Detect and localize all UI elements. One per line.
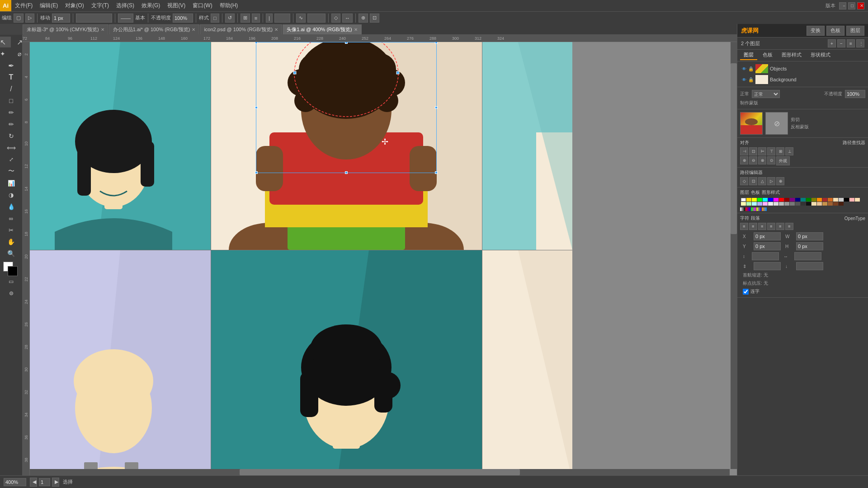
paintbrush-tool[interactable]: ✏ (3, 107, 19, 118)
h-field-input[interactable] (796, 242, 823, 250)
pathfinder-minus[interactable]: ⊖ (749, 156, 757, 164)
align-justify-all[interactable]: ≡ (776, 223, 784, 230)
swatch-dimgray[interactable] (784, 202, 789, 206)
tab-0-close[interactable]: ✕ (101, 27, 104, 32)
blend-mode-select[interactable]: 正常 正片叠底 滤色 (752, 90, 780, 98)
gradient-tool[interactable]: ◑ (3, 189, 19, 200)
layer-subtab-links[interactable]: 形状模式 (807, 51, 834, 60)
menu-window[interactable]: 窗口(W) (189, 0, 216, 11)
swatch-teal[interactable] (801, 198, 806, 202)
ligature-checkbox[interactable] (743, 289, 749, 295)
line-tool[interactable]: / (3, 84, 19, 94)
swatch-darkest[interactable] (801, 202, 806, 206)
pathfinder-intersect[interactable]: ⊗ (758, 156, 766, 164)
scale-tool[interactable]: ⤢ (3, 154, 19, 165)
tab-1-close[interactable]: ✕ (192, 27, 195, 32)
scissors-tool[interactable]: ✂ (3, 225, 19, 235)
layer-add-btn[interactable]: + (828, 39, 836, 47)
gradient-tab[interactable]: 图形样式 (762, 189, 780, 196)
rp-tab-btn-2[interactable]: 色板 (826, 26, 844, 36)
grad-ob[interactable] (762, 207, 767, 211)
extra2-btn[interactable]: ⊡ (370, 14, 379, 23)
swatch-darkgray[interactable] (790, 202, 795, 206)
pe-btn4[interactable]: ▷ (767, 177, 775, 185)
hand-tool[interactable]: ✋ (3, 236, 19, 247)
pen-tool[interactable]: ✒ (3, 60, 19, 71)
select-tool-btn[interactable]: ▢ (14, 14, 24, 23)
swatch-navy[interactable] (795, 198, 800, 202)
style-btn[interactable]: □ (211, 14, 219, 23)
swatch-skin1[interactable] (811, 202, 816, 206)
scroll-thumb-h[interactable] (240, 469, 519, 475)
tab-0[interactable]: 未标题-3* @ 100% (CMYK/预览) ✕ (23, 24, 108, 34)
color-tab[interactable]: 图层 (740, 189, 749, 196)
page-input[interactable] (39, 478, 50, 486)
swatch-darker[interactable] (795, 202, 800, 206)
swatch-magenta[interactable] (774, 198, 778, 202)
grad-bw[interactable] (740, 207, 745, 211)
swatch-skin2[interactable] (817, 202, 822, 206)
pe-btn2[interactable]: ⊡ (749, 177, 757, 185)
stroke-swatch[interactable] (8, 266, 18, 276)
swatch-silvergray[interactable] (774, 202, 778, 206)
swatch-lightyellow[interactable] (741, 202, 746, 206)
zoom-tool[interactable]: 🔍 (3, 248, 19, 259)
selection-tool[interactable]: ↖ (0, 37, 11, 47)
scrollbar-horizontal[interactable] (30, 469, 730, 475)
shape-tool[interactable]: □ (3, 95, 19, 106)
layer-menu-btn[interactable]: ≡ (847, 39, 855, 47)
swatch-purple[interactable] (790, 198, 795, 202)
warp-tool[interactable]: 〜 (3, 166, 19, 177)
swatch-black[interactable] (844, 198, 849, 202)
tab-3[interactable]: 头像1.ai @ 400% (RGB/预览) ✕ (283, 24, 361, 34)
minimize-button[interactable]: － (839, 2, 846, 9)
blend-tool[interactable]: ∞ (3, 213, 19, 224)
move-input[interactable] (52, 14, 70, 23)
swatch-lightred[interactable] (849, 198, 854, 202)
layer-del-btn[interactable]: − (837, 39, 845, 47)
draw-mode[interactable]: ⊚ (3, 288, 19, 299)
layer-opt-btn[interactable]: ⋮ (856, 39, 864, 47)
tab-3-close[interactable]: ✕ (354, 27, 358, 32)
swatch-green[interactable] (806, 198, 811, 202)
grad-rb[interactable] (745, 207, 750, 211)
transform-btn[interactable]: ⊞ (241, 14, 250, 23)
stroke-width-btn[interactable]: | (266, 14, 273, 23)
grad-yb[interactable] (756, 207, 761, 211)
swatch-red[interactable] (779, 198, 784, 202)
scroll-thumb-v[interactable] (731, 63, 737, 234)
align-left-text[interactable]: ≡ (740, 223, 748, 230)
next-page-btn[interactable]: ▶ (52, 478, 59, 487)
menu-view[interactable]: 视图(V) (164, 0, 189, 11)
rotate-tool[interactable]: ↻ (3, 131, 19, 141)
w-field-input[interactable] (796, 232, 823, 240)
swatch-wheat[interactable] (833, 198, 838, 202)
change-screen-mode[interactable]: ▭ (3, 276, 19, 287)
align-center-text[interactable]: ≡ (749, 223, 757, 230)
close-button[interactable]: ✕ (857, 2, 864, 9)
swatch-white[interactable] (741, 198, 746, 202)
menu-help[interactable]: 帮助(H) (216, 0, 242, 11)
layer-bg-vis-icon[interactable]: 👁 (742, 77, 746, 82)
direct-select-btn[interactable]: ▷ (25, 14, 34, 23)
swatch-brown[interactable] (822, 198, 827, 202)
reset-btn[interactable]: ↺ (225, 14, 235, 23)
swatch-skin4[interactable] (828, 202, 833, 206)
brush-input[interactable] (307, 14, 326, 23)
swatch-chocolate[interactable] (828, 198, 833, 202)
char-tab[interactable]: 字符 (740, 215, 749, 221)
align-center-btn[interactable]: ⊡ (749, 147, 757, 155)
pencil-tool[interactable]: ✏ (3, 119, 19, 130)
y-field-input[interactable] (754, 242, 781, 250)
layer-bg-lock-icon[interactable]: 🔒 (748, 77, 754, 82)
tab-2[interactable]: icon2.psd @ 100% (RGB/预览) ✕ (200, 24, 282, 34)
transform-input[interactable] (76, 14, 112, 23)
align-right-text[interactable]: ≡ (758, 223, 766, 230)
swatch-blue[interactable] (768, 198, 773, 202)
leading-input[interactable] (752, 252, 779, 260)
grad-gm[interactable] (751, 207, 756, 211)
swatch-lightorange[interactable] (855, 198, 860, 202)
swatch-skin5[interactable] (833, 202, 838, 206)
layer-background[interactable]: 👁 🔒 Background (740, 74, 865, 85)
align-right-btn[interactable]: ⊢ (758, 147, 766, 155)
